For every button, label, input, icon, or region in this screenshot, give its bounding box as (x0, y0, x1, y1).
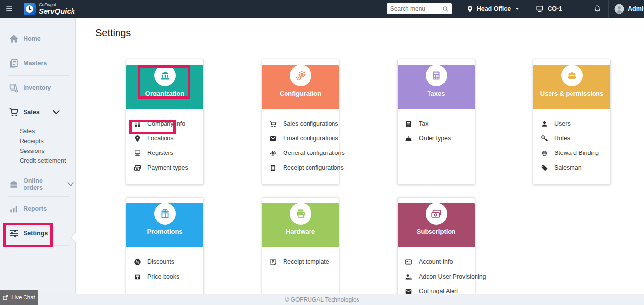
register-icon (134, 150, 141, 157)
card-body: Discounts Price books (126, 247, 203, 284)
card-body: Company info Locations Registers Payment… (126, 109, 203, 175)
user-icon (541, 120, 548, 127)
card-icon-circle (290, 203, 311, 225)
card-body: Sales configurations Email configuration… (262, 109, 339, 175)
gears-icon (295, 70, 306, 81)
copyright-text: © GOFRUGAL Technologies (285, 296, 359, 303)
receipt-template-icon (269, 258, 277, 266)
hamburger-button[interactable] (0, 0, 19, 18)
sidebar-subitem-sessions[interactable]: Sessions (20, 146, 75, 156)
footer: © GOFRUGAL Technologies (0, 294, 644, 305)
sidebar-item-label: Home (24, 35, 41, 42)
user-label: Administrator (628, 5, 644, 12)
burger-icon (9, 179, 19, 189)
cloche-icon (405, 135, 412, 142)
live-chat-button[interactable]: Live Chat (0, 290, 38, 305)
sidebar-item-online-orders[interactable]: Online orders (0, 172, 75, 196)
sidebar-item-settings[interactable]: Settings (0, 221, 75, 245)
sidebar-subitem-credit-settlement[interactable]: Credit settlement (20, 156, 75, 166)
inventory-icon (9, 83, 19, 93)
sidebar-item-label: Sales (24, 109, 40, 116)
item-discounts[interactable]: Discounts (134, 254, 201, 269)
item-payment-types[interactable]: Payment types (134, 160, 201, 175)
card-body: Tax Order types (398, 109, 475, 146)
card-title: Configuration (262, 90, 339, 97)
item-steward-binding[interactable]: Steward Binding (541, 146, 608, 160)
card-icon-circle (154, 203, 176, 225)
item-salesman[interactable]: Salesman (541, 160, 608, 175)
external-link-icon (2, 294, 9, 301)
card-title: Subscription (398, 228, 475, 235)
item-email-configurations[interactable]: Email configurations (269, 131, 337, 146)
receipt-lines-icon (269, 164, 277, 172)
search-input[interactable] (387, 5, 442, 12)
brand-name-bottom: ServQuick (39, 7, 75, 15)
register-selector[interactable]: CO-1 (527, 0, 586, 18)
item-order-types[interactable]: Order types (405, 131, 473, 146)
item-account-info[interactable]: Account Info (405, 254, 473, 269)
caret-down-icon (514, 6, 520, 12)
company-icon (134, 120, 141, 127)
sidebar-nav: Home Masters Inventory Sales Sales Recei… (0, 18, 75, 246)
topbar-divider (82, 0, 82, 18)
sidebar-item-reports[interactable]: Reports (0, 197, 75, 221)
organization-card-header: Organization (126, 65, 203, 109)
percent-icon (134, 258, 141, 266)
sidebar-item-label: Masters (24, 60, 47, 67)
sidebar-subitem-sales[interactable]: Sales (20, 127, 75, 136)
item-general-configurations[interactable]: General configurations (269, 146, 337, 160)
search-icon (442, 6, 449, 12)
item-addon-user-provisioning[interactable]: Addon User Provisioning (405, 269, 473, 284)
main-content: Settings Organization Company info Locat… (76, 18, 644, 305)
sidebar-item-label: Inventory (24, 84, 51, 91)
money-icon (431, 208, 442, 219)
promotions-card-header: Promotions (126, 203, 203, 247)
envelope-icon (269, 135, 277, 142)
sidebar-item-home[interactable]: Home (0, 26, 75, 51)
sidebar-item-sales[interactable]: Sales (0, 100, 75, 124)
item-receipt-template[interactable]: Receipt template (269, 254, 337, 269)
user-menu[interactable]: Administrator (609, 0, 644, 18)
card-icon-circle (290, 65, 311, 86)
search-box[interactable] (387, 3, 452, 14)
masters-icon (9, 58, 19, 68)
brand-logo-tile (24, 3, 36, 15)
taxes-card-header: Taxes (398, 65, 475, 109)
location-selector[interactable]: Head Office (458, 0, 527, 18)
item-sales-configurations[interactable]: Sales configurations (269, 116, 337, 131)
cart-icon (269, 120, 277, 127)
settings-cards-grid: Organization Company info Locations Regi… (76, 59, 644, 305)
card-title: Hardware (262, 228, 339, 235)
item-price-books[interactable]: Price books (134, 269, 201, 284)
printer-icon (295, 208, 306, 219)
calculator-icon (431, 70, 442, 81)
item-users[interactable]: Users (541, 116, 608, 131)
item-locations[interactable]: Locations (134, 131, 201, 146)
brand-logo[interactable]: GoFrugal ServQuick (19, 0, 82, 18)
money-icon (134, 164, 141, 172)
price-book-icon (134, 273, 141, 280)
sidebar-item-inventory[interactable]: Inventory (0, 76, 75, 100)
users-permissions-card-header: Users & permissions (533, 65, 610, 109)
location-label: Head Office (477, 5, 511, 12)
item-receipt-configurations[interactable]: Receipt configurations (269, 160, 337, 175)
top-bar: GoFrugal ServQuick Head Office CO-1 Admi… (0, 0, 644, 18)
card-icon-circle (426, 65, 447, 86)
item-company-info[interactable]: Company info (134, 116, 201, 131)
configuration-card-header: Configuration (262, 65, 339, 109)
notifications-button[interactable] (586, 0, 608, 18)
sidebar-item-label: Settings (24, 230, 48, 237)
rings-icon (541, 150, 548, 157)
sidebar-item-masters[interactable]: Masters (0, 51, 75, 75)
reports-icon (9, 204, 19, 214)
item-roles[interactable]: Roles (541, 131, 608, 146)
monitor-icon (536, 5, 544, 13)
chevron-down-icon (66, 179, 75, 189)
card-organization: Organization Company info Locations Regi… (126, 59, 204, 185)
sidebar-subitem-receipts[interactable]: Receipts (20, 136, 75, 146)
users-group-icon (567, 70, 577, 81)
item-registers[interactable]: Registers (134, 146, 201, 160)
card-icon-circle (561, 65, 583, 86)
item-tax[interactable]: Tax (405, 116, 473, 131)
account-card-icon (405, 258, 412, 266)
